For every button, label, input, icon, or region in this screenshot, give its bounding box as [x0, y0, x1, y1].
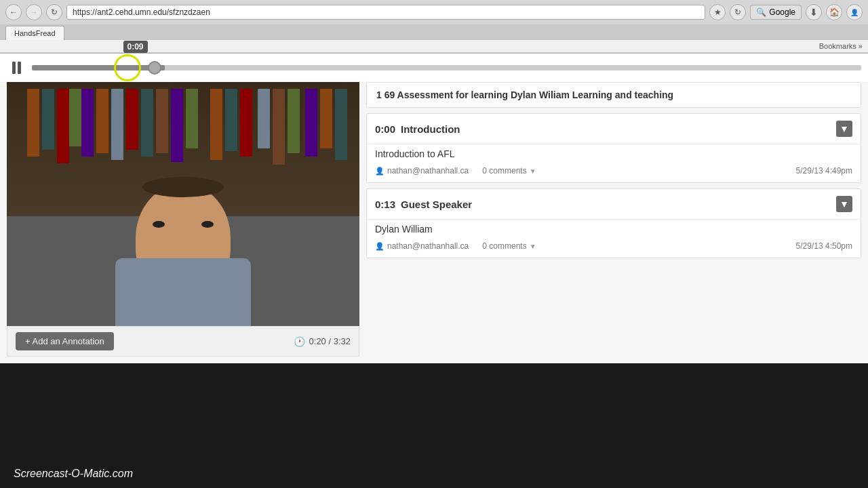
player-controls: 0:09: [0, 54, 868, 82]
forward-button[interactable]: →: [26, 4, 42, 20]
annotation-meta-2: 👤 nathan@nathanhall.ca 0 comments ▼ 5/29…: [367, 237, 861, 258]
comments-dropdown-1[interactable]: ▼: [530, 167, 536, 175]
panel-title: 1 69 Assessment for learning Dylan Wilia…: [366, 82, 861, 108]
add-annotation-label: + Add an Annotation: [25, 336, 104, 346]
annotation-comments-2[interactable]: 0 comments ▼: [482, 241, 536, 251]
profile-button[interactable]: 👤: [846, 4, 863, 20]
comments-count-2: 0 comments: [482, 241, 526, 251]
comments-count-1: 0 comments: [482, 166, 526, 176]
video-frame: [7, 82, 359, 326]
annotation-expand-button-2[interactable]: ▼: [836, 196, 852, 212]
timeline-container[interactable]: 0:09: [32, 61, 861, 75]
browser-toolbar: ← → ↻ https://ant2.cehd.umn.edu/sfznzdza…: [0, 0, 868, 24]
right-eye: [201, 221, 214, 228]
screencast-bar: Screencast-O-Matic.com: [0, 460, 868, 488]
time-display: 🕐 0:20 / 3:32: [294, 336, 351, 347]
annotation-title-area-1: 0:00 Introduction: [375, 123, 460, 135]
search-icon: 🔍: [756, 7, 766, 17]
author-name-2: nathan@nathanhall.ca: [387, 241, 469, 251]
annotation-title-area-2: 0:13 Guest Speaker: [375, 199, 472, 210]
annotation-title-1: Introduction: [401, 123, 460, 135]
address-bar[interactable]: https://ant2.cehd.umn.edu/sfznzdzaen: [66, 5, 705, 20]
pause-button[interactable]: [7, 59, 26, 77]
annotation-subtitle-1: Introduction to AFL: [367, 144, 861, 162]
user-icon-2: 👤: [375, 242, 384, 251]
star-button[interactable]: ★: [709, 4, 726, 20]
annotations-panel: 1 69 Assessment for learning Dylan Wilia…: [366, 82, 861, 357]
search-bar[interactable]: 🔍 Google: [750, 5, 802, 20]
video-bottom: + Add an Annotation 🕐 0:20 / 3:32: [7, 326, 359, 357]
page-content: 0:09: [0, 54, 868, 363]
timestamp-bubble: 0:09: [123, 41, 148, 53]
tab-label: HandsFread: [14, 29, 56, 37]
annotation-timestamp-1: 0:00: [375, 123, 395, 135]
annotation-date-1: 5/29/13 4:49pm: [796, 166, 852, 176]
bookmarks-right[interactable]: Bookmarks »: [819, 42, 863, 50]
annotation-subtitle-2: Dylan William: [367, 220, 861, 237]
back-button[interactable]: ←: [5, 4, 22, 20]
reload-button[interactable]: ↻: [730, 4, 746, 20]
timeline-progress: [32, 65, 165, 70]
video-person: [7, 82, 359, 326]
search-engine-label: Google: [769, 7, 795, 17]
annotation-header-2: 0:13 Guest Speaker ▼: [367, 189, 861, 220]
browser-tabs-bar: HandsFread: [0, 24, 868, 40]
active-tab[interactable]: HandsFread: [5, 26, 64, 40]
annotation-expand-button-1[interactable]: ▼: [836, 121, 852, 137]
pause-bar-right: [18, 62, 21, 74]
add-annotation-button[interactable]: + Add an Annotation: [16, 332, 114, 350]
bookmarks-text: Bookmarks: [819, 42, 856, 50]
time-value: 0:20 / 3:32: [309, 336, 351, 346]
screencast-label: Screencast-O-Matic.com: [14, 468, 133, 479]
main-area: + Add an Annotation 🕐 0:20 / 3:32 1 69 A…: [0, 82, 868, 357]
refresh-button[interactable]: ↻: [46, 4, 62, 20]
download-button[interactable]: ⬇: [806, 4, 822, 20]
annotation-card-2: 0:13 Guest Speaker ▼ Dylan William 👤 nat…: [366, 188, 861, 258]
annotation-header-1: 0:00 Introduction ▼: [367, 114, 861, 144]
author-name-1: nathan@nathanhall.ca: [387, 166, 469, 176]
person-body: [115, 258, 251, 326]
url-text: https://ant2.cehd.umn.edu/sfznzdzaen: [73, 7, 210, 17]
timeline-track[interactable]: [32, 65, 861, 70]
user-icon-1: 👤: [375, 167, 384, 176]
video-panel: + Add an Annotation 🕐 0:20 / 3:32: [7, 82, 359, 357]
annotation-card-1: 0:00 Introduction ▼ Introduction to AFL …: [366, 113, 861, 183]
annotation-timestamp-2: 0:13: [375, 199, 395, 210]
left-eye: [153, 221, 165, 228]
expand-icon-2: ▼: [840, 199, 849, 209]
annotation-date-2: 5/29/13 4:50pm: [796, 241, 852, 251]
timeline-thumb[interactable]: [148, 61, 161, 75]
annotation-author-2: 👤 nathan@nathanhall.ca: [375, 241, 469, 251]
person-eyes: [153, 221, 214, 228]
annotation-comments-1[interactable]: 0 comments ▼: [482, 166, 536, 176]
clock-icon: 🕐: [294, 336, 305, 347]
annotation-meta-1: 👤 nathan@nathanhall.ca 0 comments ▼ 5/29…: [367, 162, 861, 182]
pause-bar-left: [12, 62, 16, 74]
expand-icon-1: ▼: [840, 123, 849, 134]
annotation-author-1: 👤 nathan@nathanhall.ca: [375, 166, 469, 176]
annotation-title-2: Guest Speaker: [401, 199, 472, 210]
home-button[interactable]: 🏠: [826, 4, 842, 20]
comments-dropdown-2[interactable]: ▼: [530, 243, 536, 250]
